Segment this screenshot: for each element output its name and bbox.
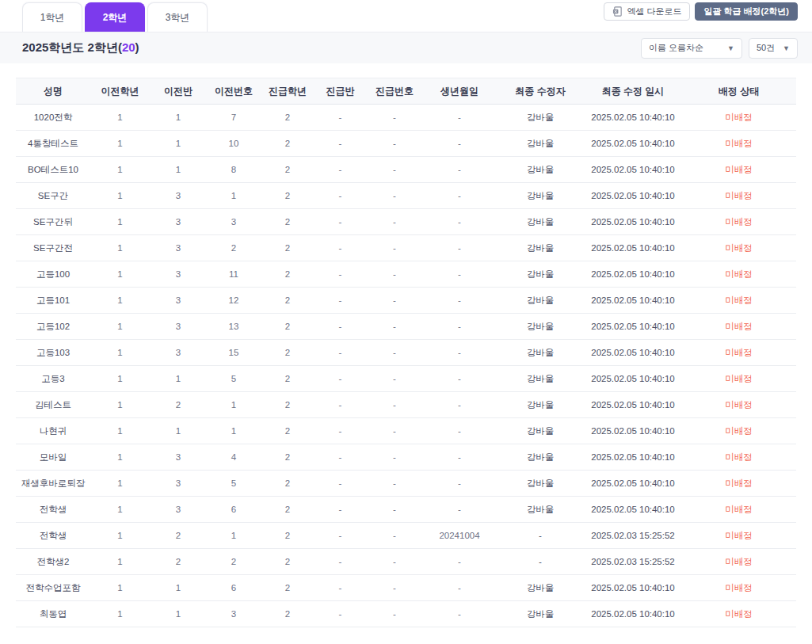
table-cell: - xyxy=(423,392,496,418)
table-cell: - xyxy=(366,261,423,288)
batch-assign-label: 일괄 학급 배정(2학년) xyxy=(703,6,789,17)
status-badge: 미배정 xyxy=(681,471,796,497)
tab-grade-2[interactable]: 2학년 xyxy=(85,2,145,32)
table-cell: 1 xyxy=(90,497,150,523)
table-cell: 3 xyxy=(150,471,207,497)
table-cell: - xyxy=(366,575,423,601)
table-cell: 2025.02.05 10:40:10 xyxy=(585,157,681,183)
table-row[interactable]: SE구간1312---강바울2025.02.05 10:40:10미배정 xyxy=(16,183,796,209)
title-band: 2025학년도 2학년(20) 이름 오름차순 ▼ 50건 ▼ xyxy=(0,32,812,63)
tab-grade-1[interactable]: 1학년 xyxy=(22,2,82,32)
table-cell: 1 xyxy=(90,418,150,444)
table-cell: SE구간뒤 xyxy=(16,209,90,235)
table-cell: - xyxy=(315,131,366,157)
chevron-down-icon: ▼ xyxy=(783,44,790,52)
table-cell: - xyxy=(423,444,496,471)
table-cell: 3 xyxy=(150,235,207,261)
table-row[interactable]: 재생후바로퇴장1352---강바울2025.02.05 10:40:10미배정 xyxy=(16,471,796,497)
table-row[interactable]: 전학수업포함1162---강바울2025.02.05 10:40:10미배정 xyxy=(16,575,796,601)
table-cell: 재생후바로퇴장 xyxy=(16,471,90,497)
table-cell: 2025.02.05 10:40:10 xyxy=(585,366,681,392)
table-cell: 고등103 xyxy=(16,340,90,366)
sort-order-select[interactable]: 이름 오름차순 ▼ xyxy=(641,38,742,59)
table-row[interactable]: SE구간뒤1332---강바울2025.02.05 10:40:10미배정 xyxy=(16,209,796,235)
table-row[interactable]: 전학생21222----2025.02.03 15:25:52미배정 xyxy=(16,549,796,575)
table-cell: 2 xyxy=(261,444,315,471)
table-body: 1020전학1172---강바울2025.02.05 10:40:10미배정4통… xyxy=(16,105,796,627)
table-cell: 1020전학 xyxy=(16,105,90,131)
table-row[interactable]: 고등10313152---강바울2025.02.05 10:40:10미배정 xyxy=(16,340,796,366)
table-row[interactable]: 고등10113122---강바울2025.02.05 10:40:10미배정 xyxy=(16,288,796,314)
page-size-select[interactable]: 50건 ▼ xyxy=(749,38,798,59)
table-cell: - xyxy=(315,392,366,418)
table-cell: 1 xyxy=(150,601,207,627)
table-row[interactable]: 고등10213132---강바울2025.02.05 10:40:10미배정 xyxy=(16,314,796,340)
excel-download-button[interactable]: 엑셀 다운로드 xyxy=(604,2,690,21)
table-cell: - xyxy=(366,444,423,471)
table-cell: - xyxy=(423,105,496,131)
table-row[interactable]: 김테스트1212---강바울2025.02.05 10:40:10미배정 xyxy=(16,392,796,418)
table-row[interactable]: 1020전학1172---강바울2025.02.05 10:40:10미배정 xyxy=(16,105,796,131)
table-cell: - xyxy=(423,261,496,288)
sort-order-value: 이름 오름차순 xyxy=(649,42,703,54)
table-cell: 강바울 xyxy=(496,497,585,523)
table-cell: 2025.02.05 10:40:10 xyxy=(585,471,681,497)
table-cell: 1 xyxy=(90,471,150,497)
table-row[interactable]: 4통창테스트11102---강바울2025.02.05 10:40:10미배정 xyxy=(16,131,796,157)
table-cell: 5 xyxy=(207,471,261,497)
table-cell: 2025.02.05 10:40:10 xyxy=(585,601,681,627)
table-row[interactable]: 고등10013112---강바울2025.02.05 10:40:10미배정 xyxy=(16,261,796,288)
column-header: 배정 상태 xyxy=(681,78,796,105)
table-cell: - xyxy=(366,288,423,314)
table-cell: 2 xyxy=(261,575,315,601)
status-badge: 미배정 xyxy=(681,575,796,601)
table-cell: 최동엽 xyxy=(16,601,90,627)
table-cell: - xyxy=(315,105,366,131)
table-cell: 20241004 xyxy=(423,523,496,549)
table-cell: 2 xyxy=(261,288,315,314)
table-cell: - xyxy=(366,105,423,131)
table-row[interactable]: BO테스트101182---강바울2025.02.05 10:40:10미배정 xyxy=(16,157,796,183)
list-controls: 이름 오름차순 ▼ 50건 ▼ xyxy=(641,38,798,59)
table-row[interactable]: 최동엽1132---강바울2025.02.05 10:40:10미배정 xyxy=(16,601,796,627)
table-cell: 4 xyxy=(207,444,261,471)
batch-assign-button[interactable]: 일괄 학급 배정(2학년) xyxy=(695,2,798,21)
status-badge: 미배정 xyxy=(681,523,796,549)
table-cell: - xyxy=(315,366,366,392)
table-cell: 2 xyxy=(261,261,315,288)
table-cell: 2 xyxy=(261,314,315,340)
table-row[interactable]: 나현귀1112---강바울2025.02.05 10:40:10미배정 xyxy=(16,418,796,444)
table-cell: - xyxy=(315,261,366,288)
table-cell: - xyxy=(423,314,496,340)
table-cell: 1 xyxy=(90,261,150,288)
table-cell: 1 xyxy=(90,392,150,418)
table-cell: 김테스트 xyxy=(16,392,90,418)
table-cell: 강바울 xyxy=(496,444,585,471)
table-row[interactable]: SE구간전1322---강바울2025.02.05 10:40:10미배정 xyxy=(16,235,796,261)
table-cell: 2025.02.05 10:40:10 xyxy=(585,575,681,601)
status-badge: 미배정 xyxy=(681,549,796,575)
tab-grade-3[interactable]: 3학년 xyxy=(147,2,208,32)
table-cell: 고등100 xyxy=(16,261,90,288)
table-cell: 1 xyxy=(150,366,207,392)
table-row[interactable]: 고등31152---강바울2025.02.05 10:40:10미배정 xyxy=(16,366,796,392)
table-cell: 5 xyxy=(207,366,261,392)
table-cell: - xyxy=(366,235,423,261)
column-header: 최종 수정자 xyxy=(496,78,585,105)
page-title: 2025학년도 2학년(20) xyxy=(22,40,139,55)
table-cell: 강바울 xyxy=(496,261,585,288)
table-cell: 전학생 xyxy=(16,523,90,549)
table-cell: 1 xyxy=(90,235,150,261)
table-cell: 2025.02.05 10:40:10 xyxy=(585,105,681,131)
table-row[interactable]: 전학생1362---강바울2025.02.05 10:40:10미배정 xyxy=(16,497,796,523)
table-cell: - xyxy=(423,575,496,601)
table-cell: - xyxy=(366,209,423,235)
table-row[interactable]: 전학생1212--20241004-2025.02.03 15:25:52미배정 xyxy=(16,523,796,549)
table-cell: 강바울 xyxy=(496,418,585,444)
table-cell: - xyxy=(423,418,496,444)
table-cell: 강바울 xyxy=(496,471,585,497)
table-cell: 2025.02.05 10:40:10 xyxy=(585,235,681,261)
table-row[interactable]: 모바일1342---강바울2025.02.05 10:40:10미배정 xyxy=(16,444,796,471)
table-cell: SE구간전 xyxy=(16,235,90,261)
table-cell: 2 xyxy=(261,392,315,418)
